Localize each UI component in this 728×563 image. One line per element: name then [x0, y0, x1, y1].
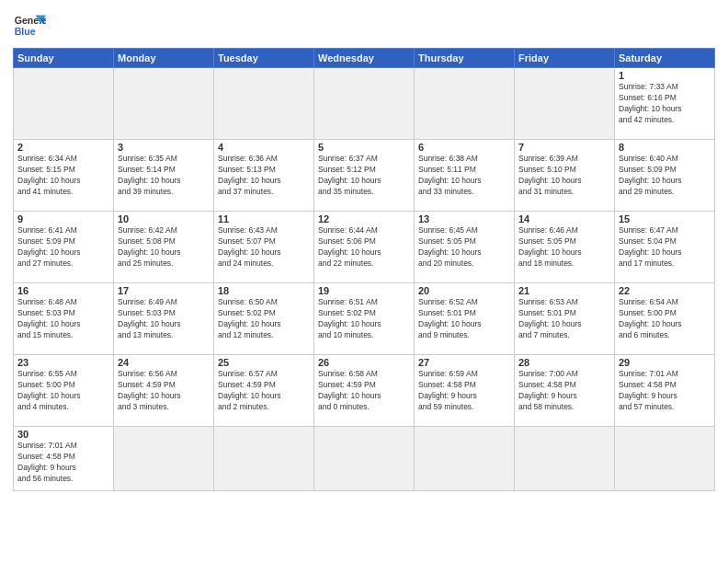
day-info: Sunrise: 6:57 AM Sunset: 4:59 PM Dayligh… [218, 369, 310, 413]
calendar-week-row: 1Sunrise: 7:33 AM Sunset: 6:16 PM Daylig… [14, 68, 715, 140]
day-info: Sunrise: 6:56 AM Sunset: 4:59 PM Dayligh… [118, 369, 210, 413]
day-info: Sunrise: 6:51 AM Sunset: 5:02 PM Dayligh… [318, 297, 410, 341]
calendar-cell: 10Sunrise: 6:42 AM Sunset: 5:08 PM Dayli… [114, 212, 214, 283]
calendar-cell: 2Sunrise: 6:34 AM Sunset: 5:15 PM Daylig… [14, 140, 114, 212]
calendar-cell: 24Sunrise: 6:56 AM Sunset: 4:59 PM Dayli… [114, 355, 214, 427]
calendar-cell: 4Sunrise: 6:36 AM Sunset: 5:13 PM Daylig… [214, 140, 314, 212]
calendar-header-saturday: Saturday [615, 49, 715, 68]
generalblue-logo-icon: General Blue [13, 9, 46, 42]
calendar-cell: 18Sunrise: 6:50 AM Sunset: 5:02 PM Dayli… [214, 283, 314, 355]
calendar-header-friday: Friday [515, 49, 615, 68]
calendar-header-wednesday: Wednesday [314, 49, 415, 68]
calendar-cell: 15Sunrise: 6:47 AM Sunset: 5:04 PM Dayli… [615, 212, 715, 283]
calendar-cell: 14Sunrise: 6:46 AM Sunset: 5:05 PM Dayli… [515, 212, 615, 283]
day-info: Sunrise: 6:50 AM Sunset: 5:02 PM Dayligh… [218, 297, 310, 341]
day-info: Sunrise: 6:54 AM Sunset: 5:00 PM Dayligh… [619, 297, 711, 341]
calendar: SundayMondayTuesdayWednesdayThursdayFrid… [13, 48, 715, 491]
day-number: 28 [518, 357, 610, 368]
day-number: 3 [118, 142, 210, 153]
calendar-cell: 16Sunrise: 6:48 AM Sunset: 5:03 PM Dayli… [14, 283, 114, 355]
calendar-week-row: 2Sunrise: 6:34 AM Sunset: 5:15 PM Daylig… [14, 140, 715, 212]
day-info: Sunrise: 6:53 AM Sunset: 5:01 PM Dayligh… [518, 297, 610, 341]
calendar-cell [314, 68, 415, 140]
day-number: 6 [418, 142, 510, 153]
day-info: Sunrise: 6:55 AM Sunset: 5:00 PM Dayligh… [17, 369, 109, 413]
day-number: 5 [318, 142, 410, 153]
day-info: Sunrise: 7:33 AM Sunset: 6:16 PM Dayligh… [619, 82, 711, 126]
calendar-cell [615, 427, 715, 491]
calendar-week-row: 9Sunrise: 6:41 AM Sunset: 5:09 PM Daylig… [14, 212, 715, 283]
calendar-cell [114, 68, 214, 140]
day-number: 24 [118, 357, 210, 368]
day-number: 15 [619, 213, 711, 224]
calendar-cell [214, 427, 314, 491]
day-info: Sunrise: 7:01 AM Sunset: 4:58 PM Dayligh… [619, 369, 711, 413]
calendar-cell: 6Sunrise: 6:38 AM Sunset: 5:11 PM Daylig… [415, 140, 515, 212]
day-number: 27 [418, 357, 510, 368]
calendar-cell: 27Sunrise: 6:59 AM Sunset: 4:58 PM Dayli… [415, 355, 515, 427]
calendar-header-row: SundayMondayTuesdayWednesdayThursdayFrid… [14, 49, 715, 68]
day-number: 21 [518, 285, 610, 296]
calendar-cell [515, 427, 615, 491]
calendar-cell: 29Sunrise: 7:01 AM Sunset: 4:58 PM Dayli… [615, 355, 715, 427]
day-number: 9 [17, 213, 109, 224]
logo: General Blue [13, 9, 46, 42]
calendar-cell: 28Sunrise: 7:00 AM Sunset: 4:58 PM Dayli… [515, 355, 615, 427]
calendar-week-row: 16Sunrise: 6:48 AM Sunset: 5:03 PM Dayli… [14, 283, 715, 355]
day-number: 20 [418, 285, 510, 296]
calendar-cell [314, 427, 415, 491]
calendar-cell: 7Sunrise: 6:39 AM Sunset: 5:10 PM Daylig… [515, 140, 615, 212]
day-number: 12 [318, 213, 410, 224]
day-info: Sunrise: 6:52 AM Sunset: 5:01 PM Dayligh… [418, 297, 510, 341]
calendar-cell: 3Sunrise: 6:35 AM Sunset: 5:14 PM Daylig… [114, 140, 214, 212]
calendar-week-row: 23Sunrise: 6:55 AM Sunset: 5:00 PM Dayli… [14, 355, 715, 427]
day-number: 23 [17, 357, 109, 368]
day-number: 26 [318, 357, 410, 368]
day-info: Sunrise: 7:01 AM Sunset: 4:58 PM Dayligh… [17, 441, 109, 485]
day-number: 8 [619, 142, 711, 153]
day-number: 16 [17, 285, 109, 296]
day-info: Sunrise: 6:37 AM Sunset: 5:12 PM Dayligh… [318, 154, 410, 198]
calendar-cell: 30Sunrise: 7:01 AM Sunset: 4:58 PM Dayli… [14, 427, 114, 491]
calendar-cell: 1Sunrise: 7:33 AM Sunset: 6:16 PM Daylig… [615, 68, 715, 140]
day-number: 25 [218, 357, 310, 368]
day-number: 7 [518, 142, 610, 153]
svg-text:Blue: Blue [15, 26, 36, 37]
day-number: 18 [218, 285, 310, 296]
day-info: Sunrise: 6:48 AM Sunset: 5:03 PM Dayligh… [17, 297, 109, 341]
day-number: 17 [118, 285, 210, 296]
calendar-cell: 11Sunrise: 6:43 AM Sunset: 5:07 PM Dayli… [214, 212, 314, 283]
day-info: Sunrise: 6:49 AM Sunset: 5:03 PM Dayligh… [118, 297, 210, 341]
calendar-cell: 17Sunrise: 6:49 AM Sunset: 5:03 PM Dayli… [114, 283, 214, 355]
calendar-week-row: 30Sunrise: 7:01 AM Sunset: 4:58 PM Dayli… [14, 427, 715, 491]
day-info: Sunrise: 6:58 AM Sunset: 4:59 PM Dayligh… [318, 369, 410, 413]
day-number: 29 [619, 357, 711, 368]
calendar-header-monday: Monday [114, 49, 214, 68]
calendar-header-tuesday: Tuesday [214, 49, 314, 68]
calendar-cell: 13Sunrise: 6:45 AM Sunset: 5:05 PM Dayli… [415, 212, 515, 283]
calendar-cell [515, 68, 615, 140]
calendar-cell: 25Sunrise: 6:57 AM Sunset: 4:59 PM Dayli… [214, 355, 314, 427]
calendar-cell: 12Sunrise: 6:44 AM Sunset: 5:06 PM Dayli… [314, 212, 415, 283]
calendar-cell: 19Sunrise: 6:51 AM Sunset: 5:02 PM Dayli… [314, 283, 415, 355]
day-info: Sunrise: 6:36 AM Sunset: 5:13 PM Dayligh… [218, 154, 310, 198]
calendar-cell [415, 427, 515, 491]
day-info: Sunrise: 7:00 AM Sunset: 4:58 PM Dayligh… [518, 369, 610, 413]
day-info: Sunrise: 6:59 AM Sunset: 4:58 PM Dayligh… [418, 369, 510, 413]
day-number: 4 [218, 142, 310, 153]
calendar-cell: 8Sunrise: 6:40 AM Sunset: 5:09 PM Daylig… [615, 140, 715, 212]
day-info: Sunrise: 6:42 AM Sunset: 5:08 PM Dayligh… [118, 225, 210, 270]
day-info: Sunrise: 6:44 AM Sunset: 5:06 PM Dayligh… [318, 225, 410, 270]
day-number: 22 [619, 285, 711, 296]
day-info: Sunrise: 6:43 AM Sunset: 5:07 PM Dayligh… [218, 225, 310, 270]
day-number: 14 [518, 213, 610, 224]
calendar-cell: 21Sunrise: 6:53 AM Sunset: 5:01 PM Dayli… [515, 283, 615, 355]
calendar-header-thursday: Thursday [415, 49, 515, 68]
calendar-header-sunday: Sunday [14, 49, 114, 68]
calendar-cell [415, 68, 515, 140]
page: General Blue SundayMondayTuesdayWednesda… [0, 0, 728, 499]
day-number: 11 [218, 213, 310, 224]
day-number: 2 [17, 142, 109, 153]
day-info: Sunrise: 6:45 AM Sunset: 5:05 PM Dayligh… [418, 225, 510, 270]
day-info: Sunrise: 6:47 AM Sunset: 5:04 PM Dayligh… [619, 225, 711, 270]
